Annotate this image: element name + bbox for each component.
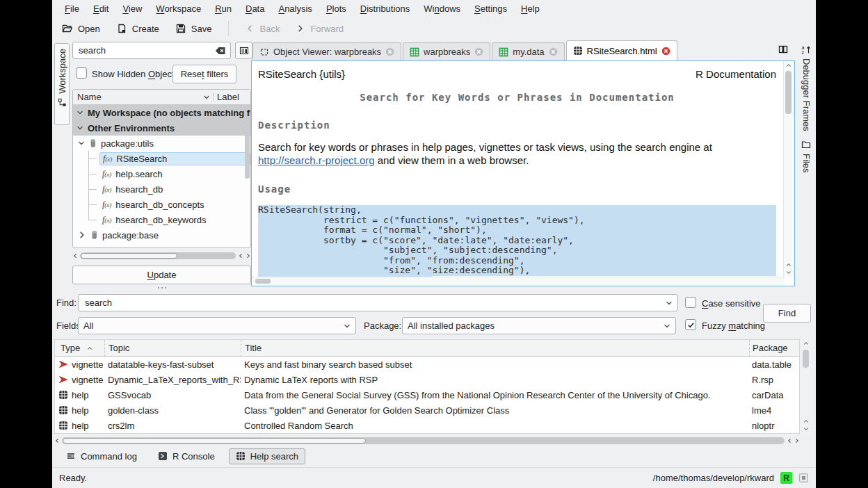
filter-config-button[interactable] <box>235 42 252 59</box>
case-sensitive-checkbox[interactable] <box>685 297 696 308</box>
tree-horizontal-scrollbar[interactable] <box>72 251 251 260</box>
dock-tab-files[interactable]: Files <box>801 140 812 172</box>
column-title[interactable]: Title <box>241 340 749 356</box>
tree-item-hsearch-db-keywords[interactable]: f(x)hsearch_db_keywords <box>73 212 250 227</box>
chevron-right-icon[interactable] <box>794 438 800 444</box>
chevron-up-icon[interactable] <box>803 418 809 424</box>
chevron-down-icon[interactable] <box>203 94 210 101</box>
chevron-right-icon[interactable] <box>246 253 251 259</box>
dock-tab-command-log[interactable]: Command log <box>59 448 144 464</box>
tree-item-package-utils[interactable]: package:utils <box>73 136 250 151</box>
menu-view[interactable]: View <box>115 0 149 18</box>
workspace-search-box[interactable] <box>72 42 231 59</box>
dock-tab-help-search[interactable]: Help search <box>229 448 305 464</box>
tab-object-viewer-warpbreaks[interactable]: Object Viewer: warpbreaks <box>252 42 401 60</box>
tab-my-data[interactable]: my.data <box>492 42 564 60</box>
fuzzy-matching-checkbox[interactable] <box>685 319 696 330</box>
results-horizontal-scrollbar[interactable] <box>54 436 800 445</box>
package-combobox[interactable]: All installed packages <box>402 317 676 334</box>
scrollbar-thumb[interactable] <box>785 71 791 114</box>
help-vertical-scrollbar[interactable] <box>783 61 794 277</box>
column-type[interactable]: Type <box>55 340 104 356</box>
result-row-dynamic-latex-reports-with-rsp[interactable]: vignetteDynamic_LaTeX_reports_with_RSPDy… <box>55 372 799 387</box>
menu-file[interactable]: File <box>58 0 86 18</box>
forward-button[interactable]: Forward <box>296 24 344 34</box>
menu-analysis[interactable]: Analysis <box>271 0 319 18</box>
update-button[interactable]: Update <box>72 266 251 284</box>
scrollbar-thumb[interactable] <box>255 279 271 284</box>
result-row-datatable-keys-fast-subset[interactable]: vignettedatatable-keys-fast-subsetKeys a… <box>55 357 799 372</box>
tree-item-my-workspace-no-objects-matching-filter[interactable]: My Workspace (no objects matching filter… <box>73 105 250 120</box>
menu-settings[interactable]: Settings <box>467 0 514 18</box>
tree-item-rsitesearch[interactable]: f(x)RSiteSearch <box>73 151 250 166</box>
tree-vertical-scrollbar[interactable] <box>245 133 250 179</box>
workspace-search-input[interactable] <box>77 44 212 56</box>
chevron-up-icon[interactable] <box>786 262 791 268</box>
menu-help[interactable]: Help <box>514 0 547 18</box>
scrollbar-thumb[interactable] <box>63 438 366 444</box>
column-name[interactable]: Name <box>77 92 200 102</box>
reset-filters-button[interactable]: Reset filters <box>172 65 236 83</box>
chevron-left-icon[interactable] <box>54 438 60 444</box>
result-topic: Dynamic_LaTeX_reports_with_RSP <box>104 375 241 385</box>
menu-plots[interactable]: Plots <box>319 0 353 18</box>
result-row-crs2lm[interactable]: helpcrs2lmControlled Random Searchnloptr <box>55 418 799 433</box>
help-horizontal-scrollbar[interactable] <box>252 277 785 286</box>
menu-windows[interactable]: Windows <box>417 0 467 18</box>
menu-data[interactable]: Data <box>239 0 271 18</box>
dock-tab-r-console[interactable]: R Console <box>151 448 222 464</box>
tree-header[interactable]: Name Label <box>73 90 250 105</box>
tree-item-help-search[interactable]: f(x)help.search <box>73 166 250 181</box>
scrollbar-thumb[interactable] <box>803 350 809 368</box>
column-separator <box>213 93 214 101</box>
column-package[interactable]: Package <box>749 340 799 356</box>
tab-warpbreaks[interactable]: warpbreaks <box>403 42 490 60</box>
split-view-icon[interactable] <box>778 44 788 54</box>
tree-item-hsearch-db[interactable]: f(x)hsearch_db <box>73 181 250 197</box>
clear-icon[interactable] <box>215 47 226 55</box>
save-button[interactable]: Save <box>176 24 212 34</box>
column-topic[interactable]: Topic <box>104 340 241 356</box>
tree-item-label: hsearch_db_keywords <box>115 215 206 225</box>
tree-item-package-base[interactable]: package:base <box>73 227 250 243</box>
show-hidden-checkbox[interactable] <box>76 67 87 79</box>
chevron-down-icon[interactable] <box>344 323 351 330</box>
open-button[interactable]: Open <box>62 24 100 34</box>
scrollbar-track[interactable] <box>62 437 785 444</box>
chevron-down-icon[interactable] <box>803 426 809 432</box>
fields-combobox[interactable]: All <box>78 317 356 334</box>
panel-splitter-handle[interactable] <box>158 287 159 288</box>
help-page-icon <box>58 405 68 415</box>
create-button[interactable]: Create <box>117 24 159 34</box>
chevron-left-icon[interactable] <box>72 253 78 259</box>
chevron-left-icon[interactable] <box>787 438 792 444</box>
column-label[interactable]: Label <box>217 92 246 102</box>
search-site-link[interactable]: http://search.r-project.org <box>258 154 375 166</box>
menu-workspace[interactable]: Workspace <box>149 0 208 18</box>
find-input[interactable] <box>83 297 661 309</box>
result-row-golden-class[interactable]: helpgolden-classClass '"golden"' and Gen… <box>55 402 799 418</box>
menu-run[interactable]: Run <box>208 0 239 18</box>
tree-item-hsearch-db-concepts[interactable]: f(x)hsearch_db_concepts <box>73 197 250 212</box>
chevron-down-icon[interactable] <box>786 270 791 275</box>
stop-icon[interactable] <box>798 473 809 483</box>
find-button[interactable]: Find <box>763 304 811 323</box>
workspace-dock-tab[interactable]: Workspace <box>54 43 70 125</box>
chevron-down-icon[interactable] <box>666 300 673 307</box>
chevron-up-icon[interactable] <box>803 341 809 346</box>
tree-item-other-environments[interactable]: Other Environments <box>73 120 250 136</box>
scrollbar-thumb[interactable] <box>81 253 177 259</box>
result-row-gssvocab[interactable]: helpGSSvocabData from the General Social… <box>55 387 799 402</box>
results-vertical-scrollbar[interactable] <box>801 339 812 434</box>
tab-rsitesearch-html[interactable]: RSiteSearch.html <box>566 40 677 60</box>
dock-tab-debugger-frames[interactable]: azDebugger Frames <box>801 44 812 131</box>
chevron-up-icon[interactable] <box>786 63 791 68</box>
back-button[interactable]: Back <box>246 24 280 34</box>
find-combobox[interactable] <box>78 294 678 311</box>
chevron-down-icon[interactable] <box>664 323 670 330</box>
scrollbar-track[interactable] <box>80 252 236 259</box>
usage-code-block[interactable]: RSiteSearch(string, restrict = c("functi… <box>258 205 776 277</box>
chevron-left-icon[interactable] <box>238 253 243 259</box>
menu-edit[interactable]: Edit <box>86 0 115 18</box>
menu-distributions[interactable]: Distributions <box>353 0 417 18</box>
